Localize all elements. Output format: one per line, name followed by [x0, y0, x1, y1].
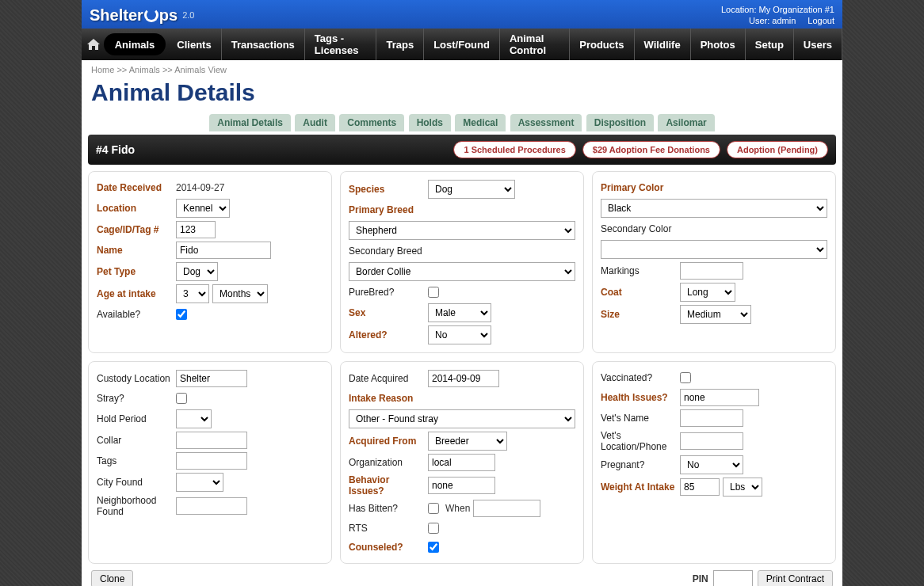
- label-custody: Custody Location: [97, 373, 176, 384]
- nav-photos[interactable]: Photos: [691, 29, 746, 60]
- select-pet-type[interactable]: Dog: [176, 262, 218, 281]
- tab-audit[interactable]: Audit: [295, 114, 335, 131]
- nav-users[interactable]: Users: [794, 29, 842, 60]
- tab-medical[interactable]: Medical: [455, 114, 506, 131]
- label-vaccinated: Vaccinated?: [601, 372, 680, 383]
- select-pregnant[interactable]: No: [680, 455, 743, 474]
- label-acquired-from: Acquired From: [349, 436, 428, 447]
- label-name: Name: [97, 245, 176, 256]
- label-size: Size: [601, 309, 680, 320]
- label-location: Location: [97, 203, 176, 214]
- label-primary-color: Primary Color: [601, 182, 827, 193]
- label-hold: Hold Period: [97, 413, 176, 424]
- panel-2-col-2: Date Acquired Intake Reason Other - Foun…: [340, 361, 584, 564]
- input-neighborhood[interactable]: [176, 497, 247, 515]
- input-health[interactable]: [680, 389, 759, 406]
- label-date-acquired: Date Acquired: [349, 373, 428, 384]
- select-sex[interactable]: Male: [428, 303, 491, 322]
- pill-adoption-pending[interactable]: Adoption (Pending): [727, 141, 828, 158]
- clone-button[interactable]: Clone: [91, 570, 133, 586]
- logout-link[interactable]: Logout: [808, 16, 834, 25]
- select-hold[interactable]: [176, 409, 212, 428]
- nav-clients[interactable]: Clients: [167, 29, 221, 60]
- crumb-home[interactable]: Home: [91, 65, 114, 74]
- crumb-view[interactable]: Animals View: [174, 65, 227, 74]
- tab-animal-details[interactable]: Animal Details: [209, 114, 291, 131]
- select-weight-unit[interactable]: Lbs: [723, 478, 762, 497]
- select-secondary-breed[interactable]: Border Collie: [349, 262, 575, 281]
- label-weight: Weight At Intake: [601, 481, 680, 493]
- input-vet-name[interactable]: [680, 409, 743, 427]
- input-organization[interactable]: [428, 454, 495, 471]
- tab-comments[interactable]: Comments: [339, 114, 404, 131]
- pin-label: PIN: [693, 573, 708, 584]
- label-bitten: Has Bitten?: [349, 503, 428, 514]
- label-rts: RTS: [349, 523, 428, 534]
- crumb-animals[interactable]: Animals: [129, 65, 160, 74]
- checkbox-vaccinated[interactable]: [680, 372, 691, 383]
- input-when[interactable]: [473, 500, 540, 517]
- nav-products[interactable]: Products: [570, 29, 634, 60]
- nav-wildlife[interactable]: Wildlife: [635, 29, 691, 60]
- checkbox-purebred[interactable]: [428, 287, 439, 298]
- pill-group: 1 Scheduled Procedures $29 Adoption Fee …: [453, 141, 828, 158]
- input-cage[interactable]: [176, 221, 216, 238]
- select-acquired-from[interactable]: Breeder: [428, 432, 507, 451]
- input-markings[interactable]: [680, 262, 743, 280]
- label-behavior: Behavior Issues?: [349, 474, 428, 497]
- panel-1-col-3: Primary Color Black Secondary Color Mark…: [592, 171, 836, 353]
- nav-lost-found[interactable]: Lost/Found: [424, 29, 500, 60]
- select-secondary-color[interactable]: [601, 240, 827, 259]
- input-custody[interactable]: [176, 370, 247, 387]
- input-vet-loc[interactable]: [680, 432, 743, 450]
- checkbox-counseled[interactable]: [428, 542, 439, 553]
- nav-traps[interactable]: Traps: [376, 29, 424, 60]
- select-city[interactable]: [176, 473, 223, 492]
- input-behavior[interactable]: [428, 477, 495, 494]
- label-neighborhood: Neighborhood Found: [97, 495, 176, 517]
- select-primary-color[interactable]: Black: [601, 199, 827, 218]
- tab-disposition[interactable]: Disposition: [586, 114, 654, 131]
- pill-adoption-fee[interactable]: $29 Adoption Fee Donations: [582, 141, 720, 158]
- panel-1-col-1: Date Received2014-09-27 LocationKennel C…: [88, 171, 332, 353]
- select-intake-reason[interactable]: Other - Found stray: [349, 409, 575, 428]
- input-collar[interactable]: [176, 432, 247, 449]
- tab-holds[interactable]: Holds: [409, 114, 451, 131]
- user-label: User:: [749, 16, 769, 25]
- label-cage: Cage/ID/Tag #: [97, 224, 176, 235]
- select-primary-breed[interactable]: Shepherd: [349, 221, 575, 240]
- nav-animals[interactable]: Animals: [104, 33, 166, 55]
- label-intake-reason: Intake Reason: [349, 393, 575, 404]
- select-location[interactable]: Kennel: [176, 199, 230, 218]
- print-contract-button[interactable]: Print Contract: [758, 570, 833, 586]
- input-weight[interactable]: [680, 478, 720, 496]
- home-icon[interactable]: [85, 29, 102, 60]
- select-coat[interactable]: Long: [680, 283, 735, 302]
- select-size[interactable]: Medium: [680, 305, 751, 324]
- select-altered[interactable]: No: [428, 325, 491, 344]
- tab-asilomar[interactable]: Asilomar: [658, 114, 714, 131]
- checkbox-rts[interactable]: [428, 523, 439, 534]
- nav-animal-control[interactable]: Animal Control: [500, 29, 570, 60]
- location-label: Location:: [721, 5, 757, 14]
- input-date-acquired[interactable]: [428, 370, 499, 387]
- location-value: My Organization #1: [759, 5, 834, 14]
- input-tags[interactable]: [176, 452, 247, 470]
- input-name[interactable]: [176, 242, 271, 259]
- checkbox-available[interactable]: [176, 309, 187, 320]
- select-species[interactable]: Dog: [428, 180, 515, 199]
- checkbox-bitten[interactable]: [428, 503, 439, 514]
- tab-assessment[interactable]: Assessment: [510, 114, 582, 131]
- pill-scheduled-procedures[interactable]: 1 Scheduled Procedures: [453, 141, 575, 158]
- select-age-value[interactable]: 3: [176, 284, 209, 303]
- checkbox-stray[interactable]: [176, 393, 187, 404]
- select-age-unit[interactable]: Months: [212, 284, 268, 303]
- label-sex: Sex: [349, 307, 428, 318]
- label-markings: Markings: [601, 265, 680, 276]
- label-altered: Altered?: [349, 329, 428, 341]
- nav-tags-licenses[interactable]: Tags - Licenses: [305, 29, 377, 60]
- label-available: Available?: [97, 309, 176, 320]
- nav-transactions[interactable]: Transactions: [222, 29, 305, 60]
- nav-setup[interactable]: Setup: [746, 29, 794, 60]
- input-pin[interactable]: [713, 570, 753, 586]
